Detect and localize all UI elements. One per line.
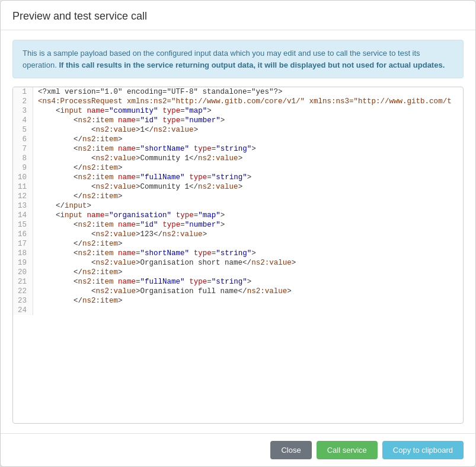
line-number: 24	[13, 306, 33, 315]
dialog-title: Preview and test service call	[12, 10, 464, 23]
line-number: 15	[13, 220, 33, 230]
line-number: 6	[13, 135, 33, 144]
table-row: 13 </input>	[13, 201, 463, 211]
line-code: </ns2:item>	[33, 135, 463, 144]
line-code: <ns2:item name="shortName" type="string"…	[33, 144, 463, 154]
line-code: <ns2:item name="shortName" type="string"…	[33, 249, 463, 258]
line-number: 8	[13, 154, 33, 163]
line-code: <ns2:value>123</ns2:value>	[33, 230, 463, 239]
line-number: 7	[13, 144, 33, 154]
table-row: 4 <ns2:item name="id" type="number">	[13, 116, 463, 125]
line-number: 4	[13, 116, 33, 125]
table-row: 14 <input name="organisation" type="map"…	[13, 211, 463, 220]
table-row: 20 </ns2:item>	[13, 268, 463, 277]
line-number: 9	[13, 163, 33, 173]
info-box: This is a sample payload based on the co…	[12, 40, 464, 78]
line-number: 14	[13, 211, 33, 220]
line-code: <ns2:value>Community 1</ns2:value>	[33, 154, 463, 163]
line-code: <ns2:item name="id" type="number">	[33, 220, 463, 230]
line-code: <ns4:ProcessRequest xmlns:ns2="http://ww…	[33, 97, 463, 106]
table-row: 24	[13, 306, 463, 315]
table-row: 6 </ns2:item>	[13, 135, 463, 144]
line-number: 20	[13, 268, 33, 277]
line-number: 13	[13, 201, 33, 211]
table-row: 19 <ns2:value>Organisation short name</n…	[13, 258, 463, 268]
table-row: 15 <ns2:item name="id" type="number">	[13, 220, 463, 230]
line-code: <ns2:value>Organisation full name</ns2:v…	[33, 287, 463, 296]
line-number: 2	[13, 97, 33, 106]
line-code: </input>	[33, 201, 463, 211]
line-code: </ns2:item>	[33, 268, 463, 277]
table-row: 12 </ns2:item>	[13, 192, 463, 201]
table-row: 1<?xml version="1.0" encoding="UTF-8" st…	[13, 87, 463, 97]
line-number: 17	[13, 239, 33, 249]
line-number: 1	[13, 87, 33, 97]
line-code: <input name="community" type="map">	[33, 106, 463, 116]
table-row: 8 <ns2:value>Community 1</ns2:value>	[13, 154, 463, 163]
line-number: 12	[13, 192, 33, 201]
dialog-footer: Close Call service Copy to clipboard	[1, 433, 475, 466]
dialog: Preview and test service call This is a …	[0, 0, 476, 467]
line-number: 16	[13, 230, 33, 239]
table-row: 7 <ns2:item name="shortName" type="strin…	[13, 144, 463, 154]
line-number: 11	[13, 182, 33, 192]
table-row: 10 <ns2:item name="fullName" type="strin…	[13, 173, 463, 182]
line-code: </ns2:item>	[33, 192, 463, 201]
line-code: <ns2:item name="id" type="number">	[33, 116, 463, 125]
line-number: 19	[13, 258, 33, 268]
table-row: 2<ns4:ProcessRequest xmlns:ns2="http://w…	[13, 97, 463, 106]
call-service-button[interactable]: Call service	[317, 441, 378, 459]
line-code: <ns2:value>Community 1</ns2:value>	[33, 182, 463, 192]
line-number: 22	[13, 287, 33, 296]
code-table: 1<?xml version="1.0" encoding="UTF-8" st…	[13, 87, 463, 315]
line-code	[33, 306, 463, 315]
info-text-bold: If this call results in the service retu…	[57, 61, 445, 69]
line-number: 23	[13, 296, 33, 306]
copy-to-clipboard-button[interactable]: Copy to clipboard	[382, 441, 464, 459]
table-row: 11 <ns2:value>Community 1</ns2:value>	[13, 182, 463, 192]
close-button[interactable]: Close	[270, 441, 311, 459]
table-row: 5 <ns2:value>1</ns2:value>	[13, 125, 463, 135]
line-code: <ns2:value>Organisation short name</ns2:…	[33, 258, 463, 268]
line-code: </ns2:item>	[33, 163, 463, 173]
table-row: 3 <input name="community" type="map">	[13, 106, 463, 116]
table-row: 21 <ns2:item name="fullName" type="strin…	[13, 277, 463, 287]
table-row: 18 <ns2:item name="shortName" type="stri…	[13, 249, 463, 258]
line-code: <input name="organisation" type="map">	[33, 211, 463, 220]
line-number: 5	[13, 125, 33, 135]
line-number: 3	[13, 106, 33, 116]
table-row: 17 </ns2:item>	[13, 239, 463, 249]
dialog-body: This is a sample payload based on the co…	[1, 30, 475, 433]
code-scroll-area[interactable]: 1<?xml version="1.0" encoding="UTF-8" st…	[13, 87, 463, 423]
table-row: 23 </ns2:item>	[13, 296, 463, 306]
line-code: </ns2:item>	[33, 239, 463, 249]
table-row: 16 <ns2:value>123</ns2:value>	[13, 230, 463, 239]
code-container: 1<?xml version="1.0" encoding="UTF-8" st…	[12, 87, 464, 424]
table-row: 9 </ns2:item>	[13, 163, 463, 173]
line-number: 10	[13, 173, 33, 182]
line-number: 18	[13, 249, 33, 258]
line-code: <ns2:item name="fullName" type="string">	[33, 173, 463, 182]
line-code: <?xml version="1.0" encoding="UTF-8" sta…	[33, 87, 463, 97]
line-code: <ns2:item name="fullName" type="string">	[33, 277, 463, 287]
dialog-header: Preview and test service call	[1, 1, 475, 30]
line-code: </ns2:item>	[33, 296, 463, 306]
line-number: 21	[13, 277, 33, 287]
table-row: 22 <ns2:value>Organisation full name</ns…	[13, 287, 463, 296]
line-code: <ns2:value>1</ns2:value>	[33, 125, 463, 135]
